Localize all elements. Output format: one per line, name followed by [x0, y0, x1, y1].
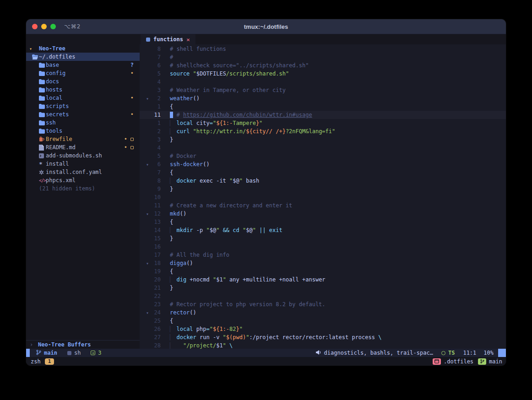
branch-name: main: [489, 358, 502, 365]
code-line[interactable]: 17# All the dig info: [140, 251, 506, 259]
code-line[interactable]: 11# Create a new directory and enter it: [140, 201, 506, 210]
code-line[interactable]: 6# shellcheck source="../scripts/shared.…: [140, 61, 506, 70]
code-line[interactable]: 4: [140, 78, 506, 86]
tree-item-tools[interactable]: tools: [26, 127, 140, 135]
tmux-window-index-badge[interactable]: 1: [45, 358, 54, 365]
shell-icon: [39, 153, 46, 158]
code-line[interactable]: 10: [140, 193, 506, 201]
tmux-branch-segment: main: [478, 358, 502, 365]
line-text: digga(): [170, 260, 193, 266]
tree-item-README.md[interactable]: README.md•: [26, 143, 140, 151]
tree-item-config[interactable]: config•: [26, 69, 140, 77]
fold-arrow-icon[interactable]: ▾: [140, 211, 149, 216]
tree-item-add-submodules.sh[interactable]: add-submodules.sh: [26, 151, 140, 160]
cursor-position: 11:1: [463, 350, 476, 356]
window-title: tmux:~/.dotfiles: [26, 23, 506, 30]
tree-item-Brewfile[interactable]: Brewfile•: [26, 135, 140, 143]
code-line[interactable]: ▾2weather(): [140, 94, 506, 103]
code-line[interactable]: 5# Docker: [140, 152, 506, 160]
code-line[interactable]: 25{: [140, 317, 506, 325]
fold-arrow-icon[interactable]: ▾: [140, 310, 149, 315]
tree-item-local[interactable]: local•: [26, 94, 140, 102]
code-line[interactable]: 1{: [140, 103, 506, 111]
code-line[interactable]: ▾18digga(): [140, 259, 506, 267]
line-number: 3: [149, 87, 161, 93]
code-line[interactable]: 9}: [140, 185, 506, 193]
line-number: 17: [149, 252, 161, 258]
line-number: 2: [149, 95, 161, 102]
tree-item-base[interactable]: base?: [26, 61, 140, 69]
line-number: 12: [149, 211, 161, 217]
code-line[interactable]: 11 # https://github.com/chubin/wttr.in#u…: [140, 111, 506, 119]
tree-item-secrets[interactable]: secrets•: [26, 110, 140, 119]
code-line[interactable]: 19{: [140, 267, 506, 276]
tree-item-phpcs.xml[interactable]: </>phpcs.xml: [26, 176, 140, 184]
tree-item-label: add-submodules.sh: [46, 152, 102, 159]
code-line[interactable]: 16: [140, 243, 506, 251]
line-text: ▏ mkdir -p "$@" && cd "$@" || exit: [170, 227, 282, 233]
code-line[interactable]: 1▏ local city="${1:-Tampere}": [140, 119, 506, 127]
tree-item-docs[interactable]: docs: [26, 77, 140, 86]
line-text: ssh-docker(): [170, 161, 210, 168]
code-line[interactable]: 3# Weather in Tampere, or other city: [140, 86, 506, 94]
scroll-percentage: 10%: [483, 350, 494, 356]
line-text: }: [170, 136, 173, 143]
code-line[interactable]: 14▏ mkdir -p "$@" && cd "$@" || exit: [140, 226, 506, 234]
code-line[interactable]: 8# shell functions: [140, 45, 506, 53]
tree-item-label: tools: [46, 128, 62, 134]
tree-item-label: phpcs.xml: [46, 177, 76, 184]
line-number: 28: [149, 342, 161, 349]
tab-functions[interactable]: functions ×: [141, 34, 195, 44]
tree-item-scripts[interactable]: scripts: [26, 102, 140, 110]
line-text: }: [170, 235, 173, 242]
code-line[interactable]: 20▏ dig +nocmd "$1" any +multiline +noal…: [140, 276, 506, 284]
fold-arrow-icon[interactable]: ▾: [140, 261, 149, 266]
lsp-servers-segment: diagnosticls, bashls, trail-spac…: [315, 350, 433, 357]
session-name: .dotfiles: [444, 358, 473, 365]
line-text: {: [170, 169, 173, 176]
fold-arrow-icon[interactable]: ▾: [140, 162, 149, 167]
tmux-statusbar: zsh 1 .dotfiles main: [26, 357, 506, 366]
fold-arrow-icon[interactable]: ▾: [140, 96, 149, 101]
line-text: {: [170, 318, 173, 324]
code-line[interactable]: 28▏ "/project/$1" \: [140, 341, 506, 349]
folder-open-icon: [32, 54, 39, 59]
code-line[interactable]: 2▏ curl "http://wttr.in/${city// /+}?2nF…: [140, 127, 506, 135]
code-line[interactable]: 23# Rector project to php version 8.2 by…: [140, 300, 506, 308]
code-line[interactable]: 13{: [140, 218, 506, 226]
line-text: source "$DOTFILES/scripts/shared.sh": [170, 70, 289, 77]
git-status-badges: •: [130, 111, 134, 118]
tab-close-icon[interactable]: ×: [186, 36, 190, 43]
line-text: # shellcheck source="../scripts/shared.s…: [170, 62, 309, 69]
tree-item-label: ~/.dotfiles: [39, 54, 75, 60]
code-line[interactable]: 26▏ local php="${1:-82}": [140, 325, 506, 333]
tree-item-root[interactable]: ~/.dotfiles: [26, 53, 140, 61]
line-text: ▏ dig +nocmd "$1" any +multiline +noall …: [170, 276, 326, 283]
code-line[interactable]: ▾24rector(): [140, 308, 506, 317]
statusline-end-block: [498, 349, 506, 357]
tree-item-hosts[interactable]: hosts: [26, 86, 140, 94]
code-line[interactable]: ▾12mkd(): [140, 210, 506, 218]
code-line[interactable]: 7{: [140, 168, 506, 177]
tree-item-install[interactable]: *install: [26, 160, 140, 168]
code-area[interactable]: 8# shell functions7#6# shellcheck source…: [140, 44, 506, 349]
code-line[interactable]: 8▏ docker exec -it "$@" bash: [140, 177, 506, 185]
line-text: ▏ "/project/$1" \: [170, 342, 233, 349]
code-line[interactable]: 27▏ docker run -v "$(pwd)":/project rect…: [140, 333, 506, 341]
branch-icon: [36, 350, 41, 357]
code-line[interactable]: 22: [140, 292, 506, 300]
code-line[interactable]: 3}: [140, 135, 506, 144]
neotree-buffers-header[interactable]: › Neo-Tree Buffers: [26, 340, 140, 349]
code-line[interactable]: 21}: [140, 284, 506, 292]
line-number: 15: [149, 235, 161, 242]
line-number: 19: [149, 268, 161, 275]
code-line[interactable]: 4: [140, 144, 506, 152]
tree-item-ssh[interactable]: ssh: [26, 119, 140, 127]
code-line[interactable]: ▾6ssh-docker(): [140, 160, 506, 168]
code-line[interactable]: 15}: [140, 234, 506, 243]
code-line[interactable]: 7#: [140, 53, 506, 61]
tree-item-install.conf.yaml[interactable]: install.conf.yaml: [26, 168, 140, 176]
line-number: 25: [149, 318, 161, 324]
code-line[interactable]: 5source "$DOTFILES/scripts/shared.sh": [140, 70, 506, 78]
collapse-arrow-icon[interactable]: ▾: [29, 46, 36, 51]
